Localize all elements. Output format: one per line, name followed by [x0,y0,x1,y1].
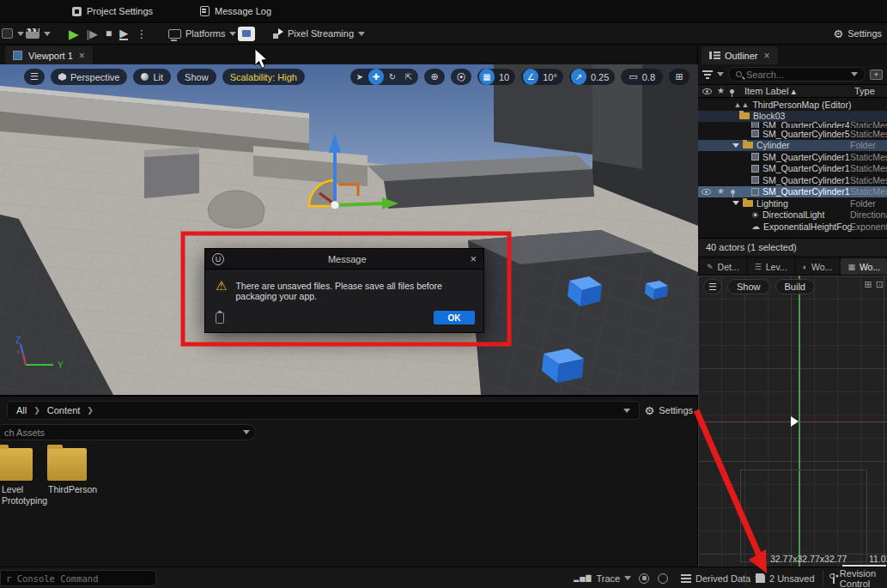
focus-selection-icon[interactable]: ⊞ [865,279,872,290]
tab-world-partition[interactable]: ▦ Wo... [841,258,887,275]
viewport-tab-bar: Viewport 1 × [0,45,698,64]
scalability-button[interactable]: Scalability: High [222,69,305,85]
item-label-column[interactable]: Item Label ▴ [744,86,796,97]
launch-button[interactable]: ▶ [119,27,128,40]
trace-dropdown[interactable]: ▂▅▇ Trace [574,567,631,588]
outliner-row[interactable]: SM_QuarterCylinder5 StaticMes [698,128,887,140]
outliner-row[interactable]: SM_QuarterCylinder1 StaticMes [698,151,887,163]
outliner-tab[interactable]: Outliner × [702,46,778,64]
folder-levelprototyping[interactable] [0,448,33,481]
outliner-status-bar: 40 actors (1 selected) [698,238,887,256]
viewport-menu-button[interactable]: ☰ [24,69,45,85]
world-partition-menu-button[interactable]: ☰ [703,279,722,294]
follow-camera-icon[interactable]: ⊡ [876,279,884,290]
play-button[interactable]: ▶ [69,27,79,40]
grid-snap-icon: ▦ [479,69,495,85]
save-dropdown[interactable] [2,28,24,39]
derived-data-dropdown[interactable]: Derived Data [681,567,762,588]
camera-icon [658,573,668,584]
outliner-row[interactable]: ☁ ExponentialHeightFog Exponenti [698,221,887,233]
chevron-down-icon[interactable] [717,72,724,76]
tab-levels[interactable]: ☰ Lev... [748,258,794,275]
grid-snap-button[interactable]: ▦ 10 [477,69,515,85]
outliner-row[interactable]: Block03 [698,111,887,123]
content-browser-settings-button[interactable]: ⚙ Settings [645,405,693,416]
close-icon[interactable]: × [764,50,770,62]
surface-snap-button[interactable]: ⦿ [451,69,471,85]
pixel-streaming-icon [273,28,283,39]
select-tool-button[interactable]: ➤ [352,69,368,85]
breadcrumb-all[interactable]: All [16,405,27,415]
chevron-down-icon[interactable] [623,409,630,413]
new-folder-icon[interactable]: + [870,70,883,80]
outliner-row[interactable]: ▲▲ ThirdPersonMap (Editor) [698,99,887,111]
viewport-tab[interactable]: Viewport 1 × [5,46,93,64]
pin-icon[interactable] [731,190,735,194]
copy-message-icon[interactable] [216,312,224,324]
rotate-tool-button[interactable]: ↻ [385,69,400,85]
package-button[interactable] [238,27,255,41]
toolbar-settings-button[interactable]: ⚙ Settings [834,28,882,39]
project-settings-menu-item[interactable]: Project Settings [72,6,153,16]
cinematics-dropdown[interactable] [26,28,51,39]
expand-arrow-icon[interactable] [732,143,739,148]
camera-speed-button[interactable]: ▭ 0.8 [621,69,663,85]
star-icon[interactable]: ★ [717,187,725,196]
folder-label[interactable]: ThirdPerson [48,484,97,495]
ok-button[interactable]: OK [434,311,475,324]
platforms-dropdown[interactable]: Platforms [168,28,236,39]
branch-icon [829,573,835,584]
scale-snap-button[interactable]: ↗ 0.25 [569,69,615,85]
move-tool-button[interactable]: ✚ [368,69,384,85]
eye-icon[interactable] [702,189,711,195]
unsaved-files-button[interactable]: 2 Unsaved [756,567,815,588]
maximize-viewport-button[interactable]: ⊞ [669,69,690,85]
snapshot-button[interactable] [658,567,668,588]
minimap-marker-icon [791,416,799,427]
rotation-snap-button[interactable]: ∠ 10° [521,69,563,85]
show-dropdown[interactable]: Show [177,69,216,85]
console-command-input[interactable] [0,570,156,586]
insights-button[interactable] [639,567,649,588]
close-icon[interactable]: × [79,50,85,62]
folder-label[interactable]: Level Prototyping [2,484,46,506]
world-partition-minimap[interactable]: ☰ Show Build ⊞ ⊡ 32.77x32.77x32.77 11.02 [698,275,887,567]
tab-details[interactable]: ✎ Det... [700,258,746,275]
expand-arrow-icon[interactable] [732,201,739,205]
show-button[interactable]: Show [727,279,770,294]
outliner-row-selected[interactable]: ★ SM_QuarterCylinder1 StaticMes [698,186,887,198]
close-icon[interactable]: × [470,252,477,265]
lit-dropdown[interactable]: Lit [133,69,171,85]
outliner-row[interactable]: ☀ DirectionalLight Directiona [698,209,887,221]
world-space-button[interactable]: ⊕ [424,69,445,85]
pin-column-icon[interactable] [730,89,734,94]
folder-thirdperson[interactable] [47,448,87,481]
perspective-dropdown[interactable]: Perspective [51,69,127,85]
outliner-search-input[interactable]: Search... [728,67,866,82]
viewport-3d[interactable]: Y Z x ☰ Perspective Lit Show Scalability… [0,64,698,395]
frame-skip-button[interactable]: |▶ [87,27,98,40]
pixel-streaming-dropdown[interactable]: Pixel Streaming [273,28,365,39]
scale-tool-button[interactable]: ⇱ [401,69,416,85]
type-column[interactable]: Type [854,86,875,96]
outliner-row[interactable]: Cylinder Folder [698,140,887,152]
favorite-column-icon[interactable]: ★ [717,87,725,95]
outliner-row[interactable]: SM_QuarterCylinder1 StaticMes [698,174,887,186]
stop-button[interactable]: ■ [106,27,112,39]
build-button[interactable]: Build [775,279,815,294]
breadcrumb[interactable]: All ❯ Content ❯ [7,401,640,420]
breadcrumb-content[interactable]: Content [47,405,81,415]
viewport-icon [13,51,22,60]
outliner-row[interactable]: SM_QuarterCylinder1 StaticMes [698,163,887,175]
visibility-column-icon[interactable] [702,88,712,94]
chevron-down-icon [17,32,24,36]
outliner-row[interactable]: SM_QuarterCylinder4 StaticMes [698,122,887,128]
outliner-row[interactable]: Lighting Folder [698,197,887,209]
message-log-menu-item[interactable]: Message Log [200,6,271,16]
asset-search-input[interactable]: ch Assets [0,424,256,440]
tab-world-settings[interactable]: ◐ Wo... [796,258,840,275]
revision-control-button[interactable]: Revision Control [829,567,887,588]
filter-icon[interactable] [702,70,713,79]
play-options-button[interactable]: ⋮ [136,27,147,40]
menu-bar: Project Settings Message Log [0,0,887,23]
